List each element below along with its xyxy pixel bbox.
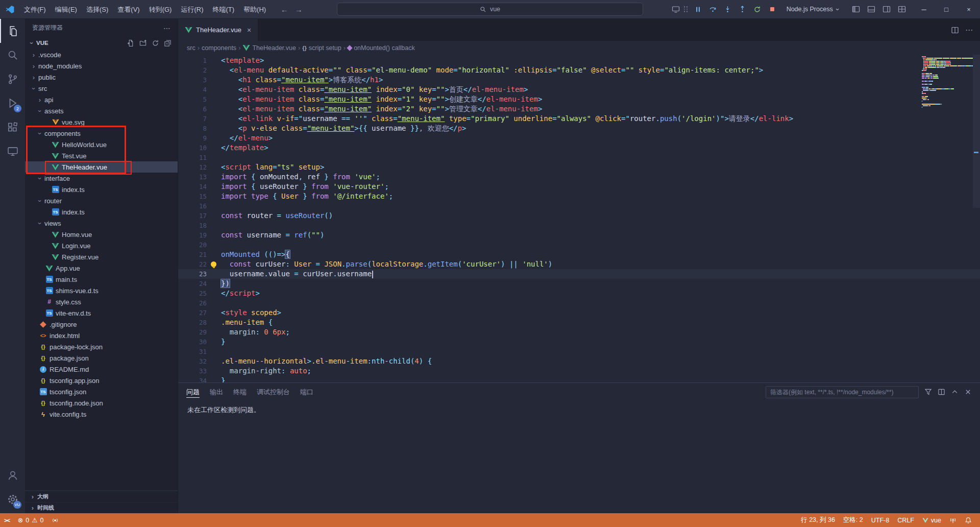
sidebar-section-0[interactable]: ›大纲	[25, 491, 178, 502]
panel-layout-icon[interactable]	[938, 388, 945, 396]
tree-item-tsconfig.node.json[interactable]: {}tsconfig.node.json	[25, 397, 178, 409]
menubar-item-0[interactable]: 文件(F)	[19, 0, 51, 19]
line-number[interactable]: 6	[178, 104, 207, 114]
split-editor-icon[interactable]	[951, 26, 959, 34]
tree-item-index.ts[interactable]: TSindex.ts	[25, 184, 178, 195]
code-line-14[interactable]: 14import { useRouter } from 'vue-router'…	[178, 182, 980, 191]
tree-item-package-lock.json[interactable]: {}package-lock.json	[25, 341, 178, 352]
code-line-34[interactable]: 34}	[178, 376, 980, 382]
code-line-15[interactable]: 15import type { User } from '@/interface…	[178, 191, 980, 201]
line-number[interactable]: 2	[178, 65, 207, 75]
explorer-icon[interactable]	[0, 19, 25, 43]
notifications-bell-icon[interactable]	[961, 513, 976, 527]
panel-tab-1[interactable]: 输出	[210, 383, 223, 401]
panel-tab-4[interactable]: 端口	[300, 383, 313, 401]
breadcrumb-item-3[interactable]: {}script setup	[302, 44, 341, 52]
code-line-31[interactable]: 31	[178, 347, 980, 356]
screencast-mode-icon[interactable]	[669, 3, 682, 16]
indentation-status[interactable]: 空格: 2	[839, 513, 867, 527]
code-line-21[interactable]: 21onMounted (()=>{	[178, 250, 980, 259]
line-number[interactable]: 29	[178, 327, 207, 337]
line-number[interactable]: 11	[178, 153, 207, 162]
scrollbar-slider[interactable]	[973, 55, 980, 208]
code-line-10[interactable]: 10</template>	[178, 143, 980, 153]
menubar-item-3[interactable]: 查看(V)	[113, 0, 144, 19]
line-number[interactable]: 8	[178, 124, 207, 133]
line-number[interactable]: 16	[178, 201, 207, 211]
more-actions-icon[interactable]: ⋯	[965, 26, 973, 35]
code-line-32[interactable]: 32.el-menu--horizontal>.el-menu-item:nth…	[178, 356, 980, 366]
tree-item-Login.vue[interactable]: Login.vue	[25, 240, 178, 251]
panel-maximize-chevron-icon[interactable]	[951, 388, 959, 396]
line-number[interactable]: 14	[178, 182, 207, 191]
line-number[interactable]: 34	[178, 376, 207, 382]
code-line-16[interactable]: 16	[178, 201, 980, 211]
code-line-30[interactable]: 30}	[178, 337, 980, 347]
code-line-23[interactable]: 23 username.value = curUser.username	[178, 269, 980, 279]
code-line-11[interactable]: 11	[178, 153, 980, 162]
line-number[interactable]: 17	[178, 211, 207, 221]
code-line-25[interactable]: 25</script>	[178, 289, 980, 298]
tree-item-index.html[interactable]: <>index.html	[25, 330, 178, 341]
tab-close-icon[interactable]: ×	[247, 26, 251, 34]
panel-close-icon[interactable]	[964, 388, 972, 396]
menubar-item-4[interactable]: 转到(G)	[144, 0, 177, 19]
code-line-3[interactable]: 3 <h1 class="menu-item">博客系统</h1>	[178, 75, 980, 85]
line-number[interactable]: 32	[178, 356, 207, 366]
tree-item-TheHeader.vue[interactable]: TheHeader.vue	[25, 161, 178, 173]
language-mode[interactable]: vue	[918, 513, 945, 527]
overview-ruler[interactable]	[973, 55, 980, 382]
account-icon[interactable]	[0, 463, 25, 487]
new-folder-icon[interactable]	[139, 39, 147, 47]
tree-item-index.ts[interactable]: TSindex.ts	[25, 206, 178, 218]
tree-item-vite.config.ts[interactable]: ϟvite.config.ts	[25, 409, 178, 420]
new-file-icon[interactable]	[127, 39, 135, 47]
code-line-2[interactable]: 2 <el-menu default-active="" class="el-m…	[178, 65, 980, 75]
line-number[interactable]: 26	[178, 298, 207, 308]
code-line-26[interactable]: 26	[178, 298, 980, 308]
remote-indicator[interactable]: ><	[0, 513, 14, 527]
code-line-13[interactable]: 13import { onMounted, ref } from 'vue';	[178, 172, 980, 182]
breadcrumb-item-1[interactable]: components	[202, 44, 236, 52]
tree-item-tsconfig.json[interactable]: TStsconfig.json	[25, 386, 178, 397]
tree-item-shims-vue.d.ts[interactable]: TSshims-vue.d.ts	[25, 285, 178, 296]
line-number[interactable]: 1	[178, 56, 207, 65]
problems-filter-input[interactable]	[766, 386, 919, 398]
line-number[interactable]: 18	[178, 221, 207, 230]
code-line-33[interactable]: 33 margin-right: auto;	[178, 366, 980, 376]
command-center-search[interactable]: vue	[337, 3, 643, 16]
tree-item-assets[interactable]: ›assets	[25, 105, 178, 116]
debug-pause-button[interactable]	[692, 3, 705, 16]
code-line-27[interactable]: 27<style scoped>	[178, 308, 980, 318]
tree-item-main.ts[interactable]: TSmain.ts	[25, 274, 178, 285]
code-line-20[interactable]: 20	[178, 240, 980, 250]
search-icon[interactable]	[0, 43, 25, 67]
nav-forward-button[interactable]: →	[292, 3, 305, 16]
code-line-22[interactable]: 22 const curUser: User = JSON.parse(loca…	[178, 259, 980, 269]
tree-item-App.vue[interactable]: App.vue	[25, 262, 178, 274]
line-number[interactable]: 33	[178, 366, 207, 376]
problems-status[interactable]: ⊗ 0 ⚠ 0	[14, 513, 48, 527]
panel-tab-3[interactable]: 调试控制台	[257, 383, 290, 401]
debug-toolbar-grip[interactable]	[684, 6, 688, 12]
tree-item-Register.vue[interactable]: Register.vue	[25, 251, 178, 262]
tree-item-package.json[interactable]: {}package.json	[25, 352, 178, 364]
tree-item-style.css[interactable]: #style.css	[25, 296, 178, 307]
tab-theheader[interactable]: TheHeader.vue ×	[178, 19, 258, 41]
debug-step-out-button[interactable]	[736, 3, 749, 16]
more-actions-icon[interactable]: ⋯	[163, 24, 170, 32]
sidebar-section-1[interactable]: ›时间线	[25, 502, 178, 513]
line-number[interactable]: 21	[178, 250, 207, 259]
remote-explorer-icon[interactable]	[0, 139, 25, 163]
encoding-status[interactable]: UTF-8	[867, 513, 893, 527]
line-number[interactable]: 24	[178, 279, 207, 289]
line-number[interactable]: 30	[178, 337, 207, 347]
tree-item-node_modules[interactable]: ›node_modules	[25, 60, 178, 71]
debug-step-into-button[interactable]	[721, 3, 734, 16]
line-number[interactable]: 13	[178, 172, 207, 182]
collapse-all-icon[interactable]	[164, 39, 172, 47]
tree-item-components[interactable]: ›components	[25, 128, 178, 139]
tree-item-src[interactable]: ›src	[25, 83, 178, 94]
line-number[interactable]: 7	[178, 114, 207, 124]
code-line-24[interactable]: 24})	[178, 279, 980, 289]
